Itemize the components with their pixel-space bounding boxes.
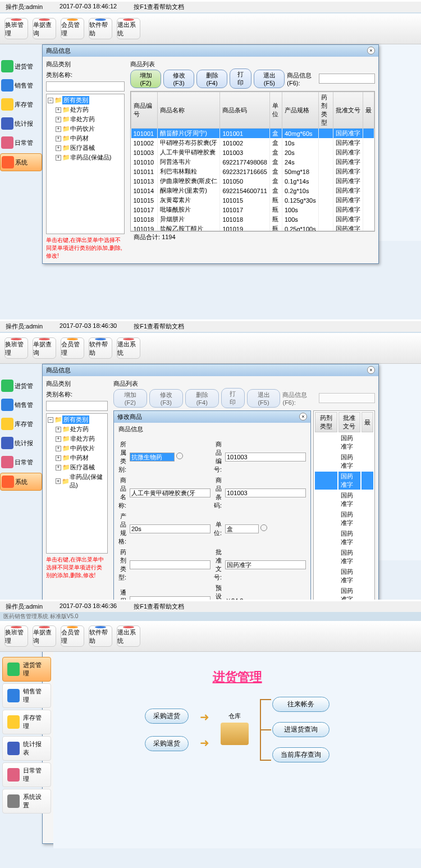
app-title-bar: 医药销售管理系统 标准版V5.0: [0, 612, 421, 621]
purchase-return-button[interactable]: 采购退货: [145, 736, 189, 751]
sidebar-item[interactable]: 进货管: [0, 58, 42, 75]
unit-input[interactable]: [225, 524, 259, 533]
toolbar-button[interactable]: 软件帮助: [89, 18, 112, 39]
stock-query-button[interactable]: 当前库存查询: [272, 747, 330, 762]
category-name-input[interactable]: [46, 401, 108, 411]
list-label: 商品列表: [130, 61, 155, 67]
toolbar-button[interactable]: 退出系统: [117, 625, 140, 647]
sidebar-item[interactable]: 进货管: [0, 377, 42, 394]
product-info-dialog: 商品信息 × 商品类别 类别名称: −📁 所有类别+📁 处方药+📁 非处方药+📁…: [42, 44, 379, 264]
search-icon[interactable]: [260, 524, 267, 531]
category-name-input[interactable]: [46, 81, 125, 92]
close-icon[interactable]: ×: [299, 413, 307, 421]
inout-query-button[interactable]: 进退货查询: [272, 722, 330, 737]
search-input[interactable]: [319, 74, 375, 84]
cat-name-label: 类别名称:: [46, 71, 125, 79]
toolbar-button[interactable]: 换班管理: [4, 625, 28, 647]
close-icon[interactable]: ×: [367, 47, 375, 54]
category-tree[interactable]: −📁 所有类别+📁 处方药+📁 非处方药+📁 中药饮片+📁 中药材+📁 医疗器械…: [46, 413, 108, 554]
toolbar-button[interactable]: 软件帮助: [89, 337, 112, 359]
page-title: 进货管理: [53, 652, 421, 697]
edit-button[interactable]: 修改(F3): [163, 70, 194, 88]
main-toolbar: 换班管理单据查询会员管理软件帮助退出系统: [0, 621, 421, 652]
arrow-icon: ➜: [200, 710, 209, 724]
drugtype-input[interactable]: [130, 560, 210, 569]
toolbar-button[interactable]: 退出系统: [117, 337, 140, 359]
close-icon[interactable]: ×: [367, 366, 375, 374]
toolbar-button[interactable]: 换班管理: [4, 18, 28, 39]
sidebar-item[interactable]: 系统设置: [2, 789, 51, 814]
sidebar-item[interactable]: 销售管: [0, 396, 42, 413]
category-label: 商品类别: [46, 60, 125, 68]
sidebar-item[interactable]: 日常管: [0, 454, 42, 470]
sidebar-item[interactable]: 统计报表: [2, 736, 51, 761]
sidebar-item[interactable]: 进货管理: [2, 657, 51, 682]
toolbar-button[interactable]: 单据查询: [33, 625, 56, 647]
toolbar-button[interactable]: 单据查询: [33, 337, 56, 359]
code-input[interactable]: [225, 453, 306, 462]
toolbar-button[interactable]: 会员管理: [61, 18, 84, 39]
sidebar-item[interactable]: 库存管理: [2, 710, 51, 734]
toolbar-button[interactable]: 退出系统: [117, 18, 140, 39]
main-toolbar: 换班管理单据查询会员管理软件帮助退出系统: [0, 13, 421, 44]
sidebar-item[interactable]: 销售管理: [2, 683, 51, 708]
dialog-titlebar: 商品信息 ×: [43, 45, 378, 57]
arrow-icon: ➜: [200, 736, 209, 750]
status-bar: 操作员:admin 2017-07-03 18:46:36 按F1查看帮助文档: [0, 601, 421, 612]
toolbar-button[interactable]: 会员管理: [61, 337, 84, 359]
sidebar-item[interactable]: 统计报: [0, 435, 42, 451]
main-toolbar: 换班管理单据查询会员管理软件帮助退出系统: [0, 333, 421, 364]
status-bar: 操作员:admin 2017-07-03 18:46:12 按F1查看帮助文档: [0, 2, 421, 12]
sidebar-item[interactable]: 销售管: [0, 77, 42, 94]
name-input[interactable]: [130, 488, 210, 497]
sidebar-item[interactable]: 库存管: [0, 96, 42, 113]
purchase-in-button[interactable]: 采购进货: [145, 709, 189, 724]
add-button[interactable]: 增加(F2): [130, 70, 161, 88]
flow-diagram: 采购进货 采购退货 ➜➜ 仓库 往来帐务 进退货查询 当前库存查询: [53, 697, 421, 762]
toolbar-button[interactable]: 软件帮助: [89, 625, 112, 647]
status-bar: 操作员:admin 2017-07-03 18:46:30 按F1查看帮助文档: [0, 321, 421, 332]
sidebar-item[interactable]: 统计报: [0, 115, 42, 132]
search-icon[interactable]: [176, 453, 183, 459]
delete-button[interactable]: 删除(F4): [196, 70, 227, 88]
sidebar-item[interactable]: 日常管理: [2, 762, 51, 787]
category-input[interactable]: [130, 453, 175, 462]
sidebar-item[interactable]: 系统: [0, 153, 42, 171]
grid-footer: 商品合计: 1194: [130, 231, 375, 243]
sidebar-item[interactable]: 日常管: [0, 134, 42, 151]
sidebar-item[interactable]: 库存管: [0, 415, 42, 432]
product-grid[interactable]: 商品编号商品名称商品条码单位产品规格药剂类型批准文号最101001醋甾醇片(牙周…: [130, 91, 375, 231]
help-text: 单击右键,在弹出菜单中选择不同菜单项进行类别的添加,删除,修改!: [46, 236, 125, 260]
category-tree[interactable]: −📁 所有类别+📁 处方药+📁 非处方药+📁 中药饮片+📁 中药材+📁 医疗器械…: [46, 94, 125, 234]
barcode-input[interactable]: [225, 488, 306, 497]
search-label: 商品信息(F6):: [287, 71, 317, 86]
toolbar-button[interactable]: 换班管理: [4, 337, 28, 359]
toolbar-button[interactable]: 会员管理: [61, 625, 84, 647]
print-button[interactable]: 打印: [230, 68, 251, 89]
exit-button[interactable]: 退出(F5): [254, 70, 285, 88]
approval-input[interactable]: [225, 560, 306, 569]
warehouse-icon: 仓库: [221, 712, 249, 747]
accounts-button[interactable]: 往来帐务: [272, 697, 330, 712]
spec-input[interactable]: [130, 524, 210, 533]
sidebar-item[interactable]: 系统: [0, 473, 42, 491]
toolbar-button[interactable]: 单据查询: [33, 18, 56, 39]
